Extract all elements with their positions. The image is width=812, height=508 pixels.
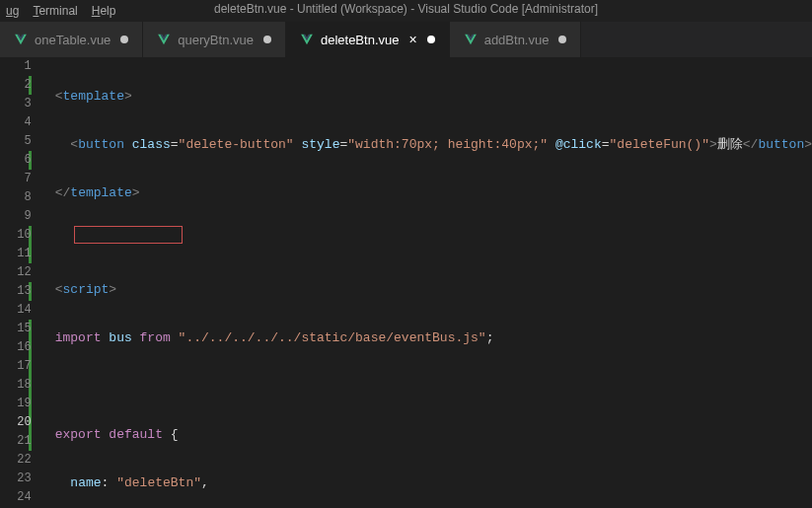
tab-label: addBtn.vue xyxy=(484,33,550,47)
code-line: <template> xyxy=(55,87,812,106)
line-number: 19 xyxy=(0,395,32,413)
code-line: <button class="delete-button" style="wid… xyxy=(55,135,812,154)
line-number: 10 xyxy=(0,226,32,245)
line-number: 5 xyxy=(0,132,32,151)
line-number: 22 xyxy=(0,451,32,470)
line-number: 23 xyxy=(0,470,32,488)
editor[interactable]: 123456789101112131415161718192021222324 … xyxy=(0,57,812,508)
dirty-indicator-icon xyxy=(427,36,435,43)
dirty-indicator-icon xyxy=(120,36,128,43)
menu-help[interactable]: Help xyxy=(92,4,116,18)
line-number: 3 xyxy=(0,95,32,113)
line-number: 17 xyxy=(0,357,32,376)
close-icon[interactable]: × xyxy=(408,33,416,46)
tab-label: deleteBtn.vue xyxy=(321,33,400,47)
menu-debug[interactable]: ug xyxy=(6,4,19,18)
dirty-indicator-icon xyxy=(558,36,566,43)
code-line xyxy=(55,377,812,396)
line-number: 1 xyxy=(0,57,32,76)
line-number: 12 xyxy=(0,263,32,282)
tab-queryBtn-vue[interactable]: queryBtn.vue xyxy=(143,22,286,57)
tab-oneTable-vue[interactable]: oneTable.vue xyxy=(0,22,143,57)
menu-terminal[interactable]: Terminal xyxy=(33,4,77,18)
code-line: name: "deleteBtn", xyxy=(55,473,812,492)
line-number: 20 xyxy=(0,413,32,432)
tab-deleteBtn-vue[interactable]: deleteBtn.vue× xyxy=(286,22,450,57)
line-number-gutter: 123456789101112131415161718192021222324 xyxy=(0,57,41,508)
code-line xyxy=(55,232,812,251)
tab-addBtn-vue[interactable]: addBtn.vue xyxy=(450,22,582,57)
line-number: 16 xyxy=(0,338,32,357)
line-number: 7 xyxy=(0,170,32,188)
line-number: 21 xyxy=(0,432,32,451)
line-number: 13 xyxy=(0,282,32,301)
dirty-indicator-icon xyxy=(263,36,271,43)
vue-icon xyxy=(14,33,28,46)
line-number: 8 xyxy=(0,188,32,207)
window-title: deleteBtn.vue - Untitled (Workspace) - V… xyxy=(0,2,812,16)
line-number: 14 xyxy=(0,301,32,320)
vue-icon xyxy=(464,33,478,46)
line-number: 6 xyxy=(0,151,32,170)
line-number: 2 xyxy=(0,76,32,95)
code-line: </template> xyxy=(55,183,812,202)
line-number: 18 xyxy=(0,376,32,395)
code-area[interactable]: <template> <button class="delete-button"… xyxy=(41,57,812,508)
line-number: 15 xyxy=(0,320,32,338)
vue-icon xyxy=(157,33,171,46)
tab-label: queryBtn.vue xyxy=(178,33,254,47)
line-number: 4 xyxy=(0,113,32,132)
line-number: 9 xyxy=(0,207,32,226)
code-line: <script> xyxy=(55,280,812,299)
tab-label: oneTable.vue xyxy=(35,33,111,47)
tabbar: oneTable.vuequeryBtn.vuedeleteBtn.vue×ad… xyxy=(0,22,812,57)
code-line: import bus from "../../../../../static/b… xyxy=(55,328,812,347)
line-number: 24 xyxy=(0,488,32,507)
line-number: 11 xyxy=(0,245,32,263)
menubar: ug Terminal Help deleteBtn.vue - Untitle… xyxy=(0,0,812,22)
code-line: export default { xyxy=(55,425,812,444)
vue-icon xyxy=(300,33,314,46)
